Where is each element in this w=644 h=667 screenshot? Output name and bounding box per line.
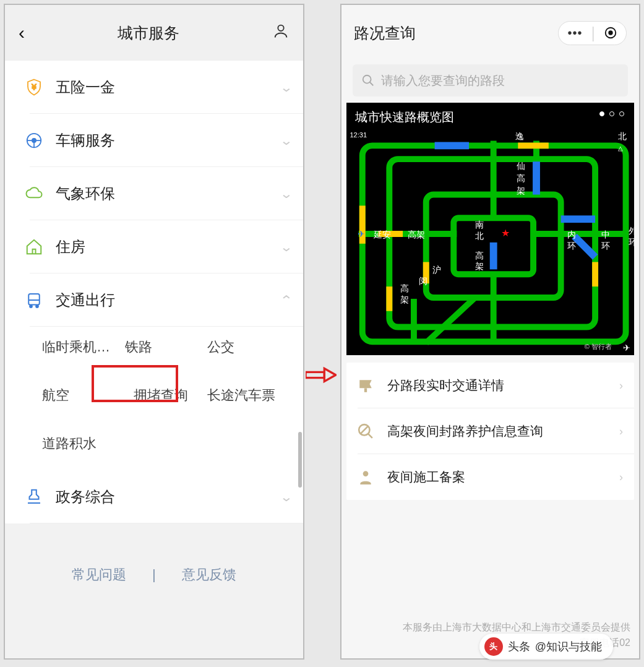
svg-text:环: 环: [628, 237, 634, 247]
chevron-down-icon: ⌄: [280, 186, 293, 201]
row-transport[interactable]: 交通出行 ⌃: [5, 273, 303, 327]
chevron-right-icon: ›: [619, 379, 623, 392]
chevron-down-icon: ⌄: [280, 133, 293, 148]
scrollbar-thumb[interactable]: [298, 432, 302, 488]
house-icon: [24, 238, 45, 256]
close-target-icon[interactable]: [604, 26, 617, 40]
svg-text:内: 内: [567, 230, 575, 239]
map-title: 城市快速路概览图: [355, 109, 454, 126]
svg-text:北: 北: [474, 231, 483, 241]
chevron-up-icon: ⌃: [280, 293, 293, 308]
svg-point-3: [32, 139, 36, 142]
right-header: 路况查询 ••• |: [341, 5, 640, 61]
sub-item[interactable]: 航空: [42, 380, 125, 411]
svg-line-33: [574, 236, 595, 257]
no-entry-icon: [358, 423, 377, 439]
row-government[interactable]: 政务综合 ⌄: [5, 470, 303, 523]
chevron-right-icon: ›: [619, 425, 623, 438]
row-weather[interactable]: 气象环保 ⌄: [5, 167, 303, 220]
svg-text:高架: 高架: [408, 230, 425, 239]
map-copyright: © 智行者: [585, 342, 612, 351]
category-list: ¥ 五险一金 ⌄ 车辆服务 ⌄ 气象环保 ⌄: [5, 61, 303, 523]
svg-text:架: 架: [474, 261, 483, 271]
svg-text:高: 高: [400, 283, 409, 293]
svg-text:高: 高: [474, 251, 483, 260]
row-label: 车辆服务: [56, 131, 281, 150]
svg-text:外: 外: [628, 226, 634, 236]
svg-text:南: 南: [474, 220, 483, 230]
sub-item[interactable]: 公交: [207, 332, 290, 363]
svg-point-7: [36, 305, 38, 308]
page-title: 城市服务: [25, 23, 272, 43]
row-housing[interactable]: 住房 ⌄: [5, 220, 303, 273]
left-screenshot: ‹ 城市服务 ¥ 五险一金 ⌄: [4, 4, 304, 660]
svg-text:闵: 闵: [418, 276, 427, 286]
row-label: 气象环保: [56, 184, 281, 204]
left-footer: 常见问题 | 意见反馈: [5, 566, 303, 658]
profile-icon[interactable]: [272, 22, 290, 43]
map-timestamp: 12:31: [350, 131, 367, 139]
divider: |: [152, 567, 156, 582]
svg-line-60: [360, 426, 368, 434]
row-insurance[interactable]: ¥ 五险一金 ⌄: [5, 61, 303, 114]
svg-point-12: [363, 75, 371, 84]
svg-rect-9: [306, 372, 324, 377]
watermark-badge: 头 头条 @知识与技能: [479, 634, 613, 660]
page-title: 路况查询: [354, 23, 559, 43]
chevron-down-icon: ⌄: [280, 489, 293, 504]
svg-text:¥: ¥: [32, 83, 36, 92]
carousel-dots: [599, 111, 624, 116]
search-placeholder: 请输入您要查询的路段: [381, 72, 505, 89]
faq-link[interactable]: 常见问题: [72, 567, 126, 582]
row-realtime-detail[interactable]: 分路段实时交通详情 ›: [346, 363, 635, 408]
feedback-link[interactable]: 意见反馈: [182, 567, 236, 582]
sub-item[interactable]: 铁路: [125, 332, 208, 363]
steering-wheel-icon: [24, 131, 45, 150]
sub-item[interactable]: 道路积水: [42, 428, 125, 459]
arrow-annotation: [307, 4, 338, 660]
plane-icon: ✈: [623, 343, 630, 353]
more-icon[interactable]: •••: [567, 27, 582, 39]
svg-point-6: [30, 305, 32, 308]
svg-text:环: 环: [567, 241, 575, 251]
row-label: 五险一金: [56, 77, 281, 97]
dot-active[interactable]: [599, 111, 604, 116]
row-label: 交通出行: [56, 290, 281, 310]
row-night-construction[interactable]: 夜间施工备案 ›: [346, 454, 635, 500]
svg-rect-4: [28, 294, 40, 305]
dot[interactable]: [619, 111, 624, 116]
svg-text:仙: 仙: [517, 161, 525, 171]
bus-icon: [24, 291, 45, 309]
shield-yen-icon: ¥: [24, 78, 45, 97]
svg-rect-58: [364, 388, 366, 392]
miniprogram-controls: ••• |: [558, 21, 627, 45]
sub-item-highlighted[interactable]: 拥堵查询: [125, 380, 208, 411]
traffic-map[interactable]: ★ ✈ 逸 仙 高 架 南 北 高 架 沪 闵 高 架 延安 高架 内 环: [346, 103, 635, 355]
left-header: ‹ 城市服务: [5, 5, 303, 61]
options-list: 分路段实时交通详情 › 高架夜间封路养护信息查询 › 夜间施工备案 ›: [346, 363, 635, 500]
back-icon[interactable]: ‹: [19, 22, 25, 43]
search-input[interactable]: 请输入您要查询的路段: [353, 64, 629, 97]
chevron-down-icon: ⌄: [280, 80, 293, 95]
svg-point-0: [278, 25, 283, 31]
row-label: 住房: [56, 237, 281, 257]
row-label: 高架夜间封路养护信息查询: [387, 423, 620, 440]
svg-line-13: [369, 82, 373, 86]
sub-item[interactable]: 临时乘机…: [42, 332, 125, 363]
row-vehicle[interactable]: 车辆服务 ⌄: [5, 114, 303, 167]
chevron-down-icon: ⌄: [280, 239, 293, 254]
sub-item[interactable]: 长途汽车票: [207, 380, 290, 411]
worker-icon: [358, 469, 377, 485]
road-sign-icon: [358, 377, 377, 394]
svg-text:沪: 沪: [432, 265, 440, 275]
dot[interactable]: [609, 111, 614, 116]
svg-text:架: 架: [517, 186, 525, 196]
svg-line-24: [426, 298, 474, 343]
row-label: 夜间施工备案: [387, 468, 620, 486]
watermark-prefix: 头条: [508, 639, 530, 654]
svg-point-11: [608, 30, 612, 35]
row-night-closure[interactable]: 高架夜间封路养护信息查询 ›: [346, 408, 635, 454]
svg-line-61: [368, 434, 372, 438]
svg-text:★: ★: [500, 228, 509, 238]
svg-text:高: 高: [517, 173, 525, 183]
